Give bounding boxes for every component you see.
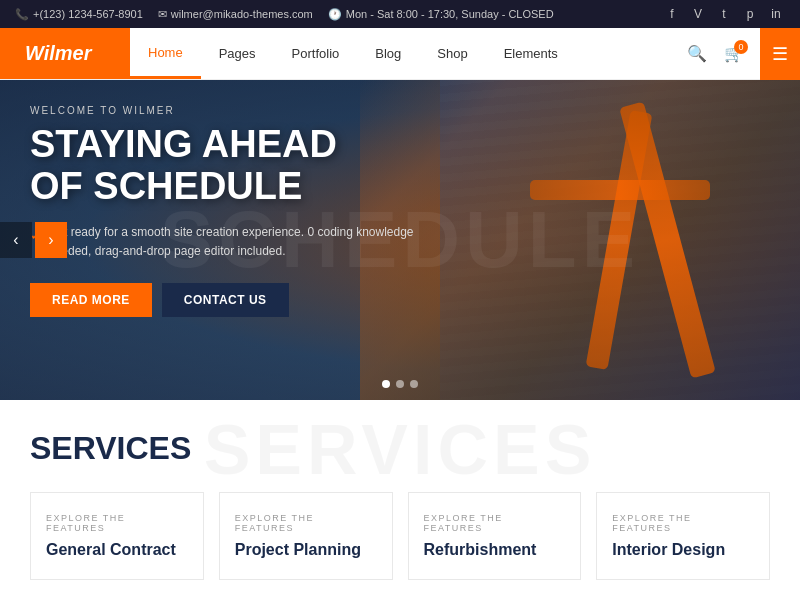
hours-info: 🕐 Mon - Sat 8:00 - 17:30, Sunday - CLOSE… [328, 8, 554, 21]
search-button[interactable]: 🔍 [681, 38, 713, 70]
service-name-3: Interior Design [612, 541, 754, 559]
slider-next-button[interactable]: › [35, 222, 67, 258]
service-card-1[interactable]: EXPLORE THE FEATURES Project Planning [219, 492, 393, 580]
service-name-2: Refurbishment [424, 541, 566, 559]
services-section: SERVICES SERVICES EXPLORE THE FEATURES G… [0, 400, 800, 600]
hero-buttons: Read More Contact Us [30, 283, 420, 317]
service-explore-label-3: EXPLORE THE FEATURES [612, 513, 754, 533]
phone-info: 📞 +(123) 1234-567-8901 [15, 8, 143, 21]
social-links: f V t p in [663, 5, 785, 23]
cart-button[interactable]: 🛒 0 [718, 38, 750, 70]
hero-content: WELCOME TO WILMER STAYING AHEAD OF SCHED… [0, 80, 450, 342]
hero-welcome-text: WELCOME TO WILMER [30, 105, 420, 116]
service-name-1: Project Planning [235, 541, 377, 559]
cart-badge: 0 [734, 40, 748, 54]
top-bar-left: 📞 +(123) 1234-567-8901 ✉ wilmer@mikado-t… [15, 8, 554, 21]
nav-pages[interactable]: Pages [201, 28, 274, 79]
vimeo-link[interactable]: V [689, 5, 707, 23]
logo-text: Wilmer [25, 42, 92, 65]
slider-prev-button[interactable]: ‹ [0, 222, 32, 258]
service-explore-label-2: EXPLORE THE FEATURES [424, 513, 566, 533]
services-grid: EXPLORE THE FEATURES General Contract EX… [30, 492, 770, 580]
service-card-2[interactable]: EXPLORE THE FEATURES Refurbishment [408, 492, 582, 580]
slider-dot-2[interactable] [396, 380, 404, 388]
hamburger-menu-button[interactable]: ☰ [760, 28, 800, 80]
business-hours: Mon - Sat 8:00 - 17:30, Sunday - CLOSED [346, 8, 554, 20]
phone-number: +(123) 1234-567-8901 [33, 8, 143, 20]
slider-dot-3[interactable] [410, 380, 418, 388]
services-title: SERVICES [30, 430, 770, 467]
linkedin-link[interactable]: in [767, 5, 785, 23]
nav-elements[interactable]: Elements [486, 28, 576, 79]
slider-dots [382, 380, 418, 388]
slider-dot-1[interactable] [382, 380, 390, 388]
nav-home[interactable]: Home [130, 28, 201, 79]
nav-links: Home Pages Portfolio Blog Shop Elements [130, 28, 671, 79]
service-card-0[interactable]: EXPLORE THE FEATURES General Contract [30, 492, 204, 580]
facebook-link[interactable]: f [663, 5, 681, 23]
hero-subtitle: ✓ Get ready for a smooth site creation e… [30, 223, 420, 261]
hero-title-line2: OF SCHEDULE [30, 165, 302, 207]
service-explore-label-1: EXPLORE THE FEATURES [235, 513, 377, 533]
hero-section: SCHEDULE WELCOME TO WILMER STAYING AHEAD… [0, 80, 800, 400]
email-icon: ✉ [158, 8, 167, 21]
nav-blog[interactable]: Blog [357, 28, 419, 79]
navbar: Wilmer Home Pages Portfolio Blog Shop El… [0, 28, 800, 80]
hero-subtitle-text: Get ready for a smooth site creation exp… [48, 223, 420, 261]
pinterest-link[interactable]: p [741, 5, 759, 23]
site-logo[interactable]: Wilmer [0, 28, 130, 79]
top-bar: 📞 +(123) 1234-567-8901 ✉ wilmer@mikado-t… [0, 0, 800, 28]
read-more-button[interactable]: Read More [30, 283, 152, 317]
phone-icon: 📞 [15, 8, 29, 21]
nav-icons: 🔍 🛒 0 [671, 38, 760, 70]
hero-title: STAYING AHEAD OF SCHEDULE [30, 124, 420, 208]
service-name-0: General Contract [46, 541, 188, 559]
nav-portfolio[interactable]: Portfolio [274, 28, 358, 79]
clock-icon: 🕐 [328, 8, 342, 21]
harness-strap-3 [530, 180, 710, 200]
service-explore-label-0: EXPLORE THE FEATURES [46, 513, 188, 533]
nav-shop[interactable]: Shop [419, 28, 485, 79]
email-address: wilmer@mikado-themes.com [171, 8, 313, 20]
hero-title-line1: STAYING AHEAD [30, 123, 337, 165]
email-info: ✉ wilmer@mikado-themes.com [158, 8, 313, 21]
twitter-link[interactable]: t [715, 5, 733, 23]
service-card-3[interactable]: EXPLORE THE FEATURES Interior Design [596, 492, 770, 580]
contact-us-button[interactable]: Contact Us [162, 283, 289, 317]
